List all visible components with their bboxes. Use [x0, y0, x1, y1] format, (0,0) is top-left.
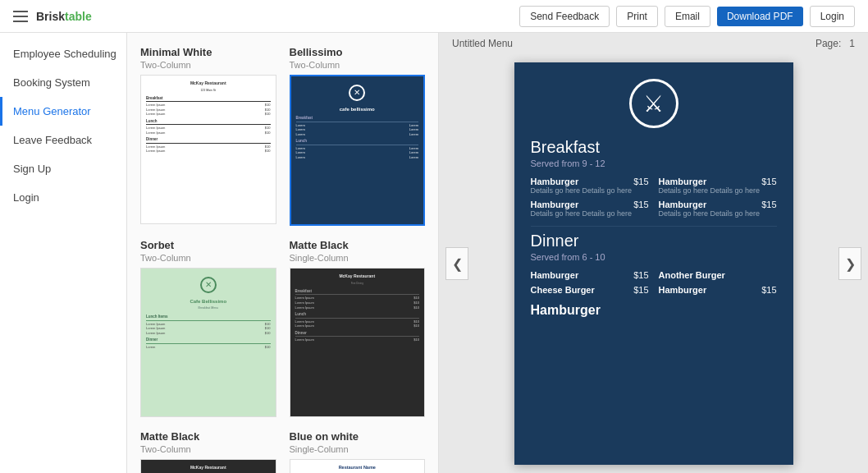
- main-layout: Employee Scheduling Booking System Menu …: [0, 33, 868, 473]
- sidebar: Employee Scheduling Booking System Menu …: [0, 33, 127, 473]
- dinner-item-4: Hamburger $15: [659, 285, 777, 295]
- preview-container: ❮ ⚔ Breakfast Served from 9 - 12 Hamburg…: [439, 54, 868, 473]
- breakfast-title: Breakfast: [531, 138, 777, 157]
- breakfast-item-1: Hamburger $15 Details go here Details go…: [531, 177, 649, 195]
- extra-item: Hamburger: [531, 303, 777, 318]
- login-button[interactable]: Login: [810, 6, 855, 27]
- preview-top-bar: Untitled Menu Page: 1: [439, 33, 868, 54]
- template-blue-on-white[interactable]: Blue on white Single-Column Restaurant N…: [290, 430, 426, 473]
- hamburger-menu-icon[interactable]: [13, 11, 28, 22]
- email-button[interactable]: Email: [665, 6, 710, 27]
- sidebar-item-leave-feedback[interactable]: Leave Feedback: [0, 126, 126, 154]
- navbar-actions: Send Feedback Print Email Download PDF L…: [519, 6, 855, 27]
- prev-page-button[interactable]: ❮: [445, 247, 468, 280]
- breakfast-item-4: Hamburger $15 Details go here Details go…: [659, 200, 777, 218]
- sidebar-item-login[interactable]: Login: [0, 183, 126, 212]
- menu-logo: ⚔: [531, 79, 777, 128]
- dinner-title: Dinner: [531, 232, 777, 250]
- dinner-item-3: Cheese Burger $15: [531, 285, 649, 295]
- sidebar-item-menu-generator[interactable]: Menu Generator: [0, 97, 126, 126]
- breakfast-items: Hamburger $15 Details go here Details go…: [531, 177, 777, 218]
- download-pdf-button[interactable]: Download PDF: [717, 7, 803, 26]
- dinner-item-1: Hamburger $15: [531, 270, 649, 280]
- dinner-subtitle: Served from 6 - 10: [531, 252, 777, 262]
- preview-page-info: Page: 1: [815, 38, 855, 49]
- sidebar-item-booking-system[interactable]: Booking System: [0, 68, 126, 97]
- dinner-items: Hamburger $15 Another Burger Cheese Burg…: [531, 270, 777, 295]
- template-bellissimo[interactable]: Bellissimo Two-Column ✕ cafe bellissimo …: [290, 46, 426, 226]
- preview-title: Untitled Menu: [452, 38, 513, 49]
- template-minimal-white[interactable]: Minimal White Two-Column McKay Restauran…: [140, 46, 276, 226]
- brand-logo: Brisktable: [36, 10, 92, 23]
- breakfast-item-3: Hamburger $15 Details go here Details go…: [531, 200, 649, 218]
- breakfast-item-2: Hamburger $15 Details go here Details go…: [659, 177, 777, 195]
- template-grid: Minimal White Two-Column McKay Restauran…: [140, 46, 425, 473]
- breakfast-subtitle: Served from 9 - 12: [531, 158, 777, 168]
- preview-pane: Untitled Menu Page: 1 ❮ ⚔ Breakfast Serv…: [439, 33, 868, 473]
- navbar: Brisktable Send Feedback Print Email Dow…: [0, 0, 868, 33]
- template-sorbet[interactable]: Sorbet Two-Column ✕ Cafe Bellissimo Brea…: [140, 239, 276, 417]
- template-matte-black-single[interactable]: Matte Black Single-Column McKay Restaura…: [290, 239, 426, 417]
- sidebar-item-sign-up[interactable]: Sign Up: [0, 154, 126, 183]
- template-matte-black-two[interactable]: Matte Black Two-Column McKay Restaurant …: [140, 430, 276, 473]
- sidebar-item-employee-scheduling[interactable]: Employee Scheduling: [0, 39, 126, 68]
- navbar-left: Brisktable: [13, 10, 92, 23]
- menu-preview: ⚔ Breakfast Served from 9 - 12 Hamburger…: [514, 62, 793, 465]
- template-list: Minimal White Two-Column McKay Restauran…: [127, 33, 439, 473]
- logo-circle-icon: ⚔: [629, 79, 678, 128]
- next-page-button[interactable]: ❯: [838, 247, 861, 280]
- print-button[interactable]: Print: [616, 6, 658, 27]
- send-feedback-button[interactable]: Send Feedback: [519, 6, 610, 27]
- dinner-item-2: Another Burger: [659, 270, 777, 280]
